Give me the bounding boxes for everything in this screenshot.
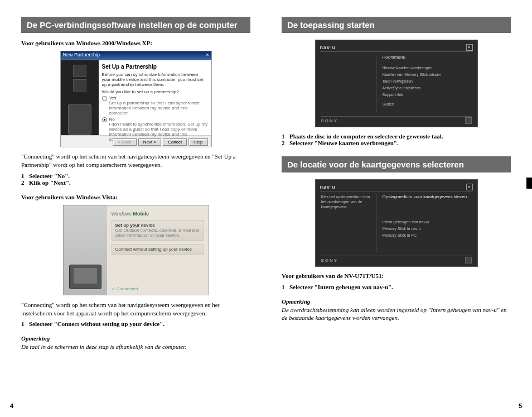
- step-insert-disc: Plaats de disc in de computer en selecte…: [289, 133, 443, 140]
- brand-windows: Windows: [112, 211, 132, 217]
- sony-brand: SONY: [321, 258, 338, 263]
- note-body: De taal in de schermen in deze stap is a…: [21, 343, 250, 351]
- navu-menu: Nieuwe kaarten overbrengen Kaarten van M…: [383, 65, 470, 108]
- option-setup-title: Set up your device: [115, 223, 200, 228]
- page-left: De PC-verbindingssoftware instellen op d…: [0, 0, 266, 417]
- subheading-nv-u71t: Voor gebruikers van de NV-U71T/U51:: [282, 272, 511, 279]
- menu-item[interactable]: Memory Stick in nav-u: [383, 226, 470, 232]
- close-icon[interactable]: ×: [206, 52, 209, 60]
- menu-item-close[interactable]: Sluiten: [383, 101, 470, 108]
- device-image: [69, 265, 101, 289]
- step-number: 1: [21, 320, 29, 327]
- step-number: 1: [21, 172, 29, 179]
- menu-item[interactable]: Intern geheugen van nav-u: [383, 219, 470, 226]
- close-icon[interactable]: ×: [466, 184, 473, 190]
- navu-main-heading: Opslagmedium voor kaartgegevens kiezen: [383, 194, 467, 199]
- help-button[interactable]: Help: [188, 138, 207, 146]
- menu-item[interactable]: ActiveSync installeren: [383, 85, 470, 92]
- menu-item[interactable]: Nieuwe kaarten overbrengen: [383, 65, 470, 71]
- step-number: 1: [282, 133, 289, 140]
- footer-button-icon[interactable]: [465, 257, 472, 263]
- cancel-button[interactable]: Cancel: [163, 138, 187, 146]
- navu-brand: nav·u: [320, 184, 336, 190]
- step-number: 2: [282, 140, 289, 146]
- vista-sidebar: [64, 205, 107, 295]
- xp-description: "Connecting" wordt op het scherm van het…: [21, 152, 250, 169]
- navu-side-text: Kies het opslagmedium voor het overbreng…: [321, 194, 371, 209]
- step-number: 1: [282, 284, 289, 290]
- next-button[interactable]: Next >: [138, 138, 161, 146]
- radio-icon: [102, 117, 107, 122]
- radio-yes-label: Yes: [109, 95, 208, 100]
- radio-yes[interactable]: Yes Set up a partnership so that I can s…: [102, 95, 208, 116]
- step-select-internal: Selecteer "Intern geheugen van nav-u".: [289, 284, 393, 290]
- option-connect-without-setup[interactable]: Connect without setting up your device: [112, 244, 204, 255]
- subheading-windows-vista: Voor gebruikers van Windows Vista:: [21, 194, 250, 200]
- page-number-right: 5: [519, 402, 522, 409]
- section-heading-pc-software: De PC-verbindingssoftware instellen op d…: [21, 17, 250, 33]
- option-setup-device[interactable]: Set up your device Get Outlook contacts,…: [112, 220, 204, 241]
- section-heading-start-app: De toepassing starten: [282, 17, 511, 33]
- figure-vista-device-center: Windows Mobile Set up your device Get Ou…: [63, 205, 209, 295]
- note-body: De overdrachtsbestemming kan alleen word…: [282, 306, 511, 322]
- xp-dialog-heading: Set Up a Partnership: [102, 64, 208, 70]
- menu-item[interactable]: Memory Stick in PC: [383, 232, 470, 239]
- radio-no-label: No: [109, 117, 208, 122]
- divider: [376, 194, 376, 253]
- figure-navu-main-menu: nav·u × Hoofdmenu Nieuwe kaarten overbre…: [315, 40, 478, 127]
- step-connect-without-setup: Selecteer "Connect without setting up yo…: [29, 320, 165, 327]
- navu-main-heading: Hoofdmenu: [383, 55, 405, 60]
- brand-mobile: Mobile: [133, 211, 149, 217]
- menu-item[interactable]: Talen verwijderen: [383, 78, 470, 85]
- menu-item[interactable]: Kaarten van Memory Stick wissen: [383, 71, 470, 78]
- back-button[interactable]: < Back: [113, 138, 137, 146]
- step-select-no: Selecteer "No".: [29, 172, 70, 179]
- section-heading-map-location: De locatie voor de kaartgegevens selecte…: [282, 156, 511, 172]
- radio-yes-desc: Set up a partnership so that I can synch…: [109, 100, 208, 116]
- close-icon[interactable]: ×: [466, 44, 473, 51]
- page-right: De toepassing starten nav·u × Hoofdmenu …: [266, 0, 532, 417]
- figure-navu-storage-select: nav·u × Kies het opslagmedium voor het o…: [315, 179, 478, 267]
- footer-button-icon[interactable]: [465, 117, 472, 124]
- radio-icon: [102, 96, 107, 101]
- status-connected: ✓ Connected: [112, 286, 138, 291]
- page-number-left: 4: [10, 402, 13, 409]
- page-spread: De PC-verbindingssoftware instellen op d…: [0, 0, 532, 417]
- figure-xp-partnership-dialog: New Partnership × Set Up a Partnership B…: [60, 51, 212, 147]
- option-setup-desc: Get Outlook contacts, calendar, e-mail a…: [115, 228, 200, 238]
- sony-brand: SONY: [321, 118, 338, 123]
- step-number: 2: [21, 179, 29, 186]
- xp-dialog-question: Would you like to set up a partnership?: [102, 89, 208, 94]
- device-icon: [73, 79, 86, 92]
- vista-description: "Connecting" wordt op het scherm van het…: [21, 301, 250, 318]
- device-image: [68, 104, 91, 135]
- menu-item[interactable]: Support-link: [383, 92, 470, 98]
- sync-icon: [73, 65, 86, 77]
- xp-dialog-sidebar: [61, 60, 99, 135]
- step-select-transfer: Selecteer "Nieuwe kaarten overbrengen".: [289, 140, 399, 146]
- note-heading: Opmerking: [21, 335, 250, 342]
- navu-brand: nav·u: [320, 45, 336, 50]
- xp-dialog-intro: Before you can synchronize information b…: [102, 72, 208, 87]
- subheading-windows-xp: Voor gebruikers van Windows 2000/Windows…: [21, 40, 250, 46]
- navu-menu: Intern geheugen van nav-u Memory Stick i…: [383, 219, 470, 239]
- xp-dialog-title: New Partnership: [63, 52, 100, 60]
- note-heading: Opmerking: [282, 298, 511, 305]
- divider: [376, 55, 376, 113]
- step-click-next: Klik op "Next".: [29, 179, 71, 186]
